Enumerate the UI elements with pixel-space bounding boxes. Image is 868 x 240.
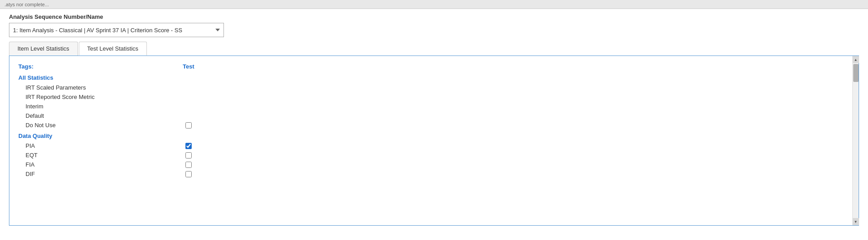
table-row: IRT Reported Score Metric	[18, 92, 850, 102]
stat-checkbox-cell-fia	[171, 162, 206, 168]
top-bar-text: .atys nor complete...	[4, 2, 49, 7]
test-column-label: Test	[171, 63, 206, 70]
stat-name-irt-reported: IRT Reported Score Metric	[26, 94, 171, 100]
table-row: DIF	[18, 169, 850, 179]
table-row: EQT	[18, 150, 850, 160]
page-wrapper: .atys nor complete... Analysis Sequence …	[0, 0, 868, 240]
stat-checkbox-cell-pia	[171, 143, 206, 149]
checkbox-do-not-use[interactable]	[185, 122, 192, 129]
statistics-panel: Tags: Test All Statistics IRT Scaled Par…	[9, 56, 859, 226]
table-row: PIA	[18, 141, 850, 150]
tags-label: Tags:	[18, 63, 171, 70]
data-quality-label: Data Quality	[18, 133, 850, 139]
table-row: Default	[18, 111, 850, 120]
checkbox-dif[interactable]	[185, 171, 192, 177]
analysis-sequence-dropdown[interactable]: 1: Item Analysis - Classical | AV Sprint…	[9, 23, 224, 37]
scrollbar-arrow-up[interactable]: ▲	[853, 56, 859, 63]
tab-item-level-statistics[interactable]: Item Level Statistics	[9, 42, 78, 56]
stat-checkbox-cell-dif	[171, 171, 206, 177]
stat-name-do-not-use: Do Not Use	[26, 122, 171, 129]
tabs-container: Item Level Statistics Test Level Statist…	[9, 42, 859, 56]
table-row: Interim	[18, 102, 850, 111]
stat-name-fia: FIA	[26, 161, 171, 168]
stat-checkbox-cell-do-not-use	[171, 122, 206, 129]
scrollbar-track: ▲ ▼	[852, 56, 859, 225]
checkbox-pia[interactable]	[185, 143, 192, 149]
table-row: FIA	[18, 160, 850, 169]
dropdown-container: 1: Item Analysis - Classical | AV Sprint…	[9, 23, 859, 37]
scrollbar-arrow-down[interactable]: ▼	[853, 218, 859, 225]
table-row: IRT Scaled Parameters	[18, 83, 850, 92]
stat-name-default: Default	[26, 112, 171, 119]
content-area: Analysis Sequence Number/Name 1: Item An…	[0, 9, 868, 230]
panel-header-row: Tags: Test	[18, 63, 850, 70]
top-bar: .atys nor complete...	[0, 0, 868, 9]
section-label: Analysis Sequence Number/Name	[9, 13, 859, 20]
table-row: Do Not Use	[18, 120, 850, 130]
stat-checkbox-cell-eqt	[171, 152, 206, 159]
scrollbar-thumb[interactable]	[853, 64, 859, 82]
all-statistics-label: All Statistics	[18, 74, 850, 81]
stat-name-irt-scaled: IRT Scaled Parameters	[26, 84, 171, 91]
checkbox-eqt[interactable]	[185, 152, 192, 159]
stat-name-eqt: EQT	[26, 152, 171, 159]
panel-inner: Tags: Test All Statistics IRT Scaled Par…	[9, 56, 859, 186]
stat-name-interim: Interim	[26, 103, 171, 110]
stat-name-pia: PIA	[26, 142, 171, 149]
checkbox-fia[interactable]	[185, 162, 192, 168]
stat-name-dif: DIF	[26, 171, 171, 177]
tab-test-level-statistics[interactable]: Test Level Statistics	[79, 42, 147, 56]
